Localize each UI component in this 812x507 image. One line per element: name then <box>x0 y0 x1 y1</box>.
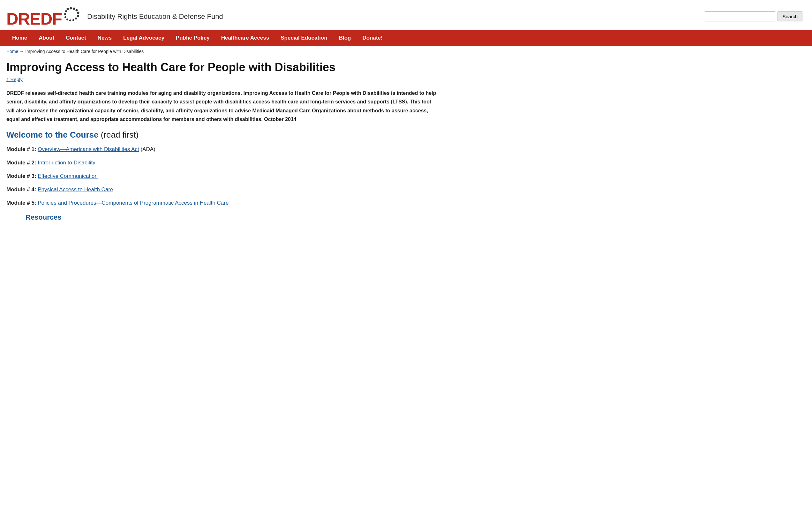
nav-link-donate![interactable]: Donate! <box>357 30 388 46</box>
svg-point-2 <box>73 8 75 10</box>
nav-item: Donate! <box>357 30 388 46</box>
module-link-5[interactable]: Policies and Procedures—Components of Pr… <box>38 200 229 206</box>
nav-link-special-education[interactable]: Special Education <box>275 30 333 46</box>
module-item-2: Module # 2: Introduction to Disability <box>6 160 437 166</box>
nav-list: HomeAboutContactNewsLegal AdvocacyPublic… <box>6 30 806 46</box>
svg-point-4 <box>77 12 79 14</box>
org-name: Disability Rights Education & Defense Fu… <box>87 12 223 21</box>
welcome-suffix: (read first) <box>98 130 138 139</box>
nav-link-healthcare-access[interactable]: Healthcare Access <box>215 30 275 46</box>
svg-point-5 <box>77 15 79 17</box>
svg-point-3 <box>76 9 78 11</box>
svg-point-6 <box>75 17 77 19</box>
logo-dots <box>64 6 81 24</box>
module-item-1: Module # 1: Overview—Americans with Disa… <box>6 146 437 153</box>
nav-item: Special Education <box>275 30 333 46</box>
svg-point-8 <box>69 19 71 21</box>
module-link-4[interactable]: Physical Access to Health Care <box>38 186 113 192</box>
nav-item: About <box>33 30 60 46</box>
breadcrumb: Home → Improving Access to Health Care f… <box>0 46 812 57</box>
module-prefix: Module # 4: <box>6 186 38 192</box>
nav-link-legal-advocacy[interactable]: Legal Advocacy <box>117 30 170 46</box>
nav-item: Home <box>6 30 33 46</box>
module-item-3: Module # 3: Effective Communication <box>6 173 437 179</box>
nav-link-blog[interactable]: Blog <box>333 30 357 46</box>
module-link-3[interactable]: Effective Communication <box>38 173 98 179</box>
intro-text: DREDF releases self-directed health care… <box>6 89 437 123</box>
svg-point-7 <box>72 19 74 21</box>
resources-heading: Resources <box>6 213 437 222</box>
breadcrumb-home[interactable]: Home <box>6 49 18 54</box>
main-content: Improving Access to Health Care for Peop… <box>0 57 447 234</box>
svg-point-0 <box>67 8 69 10</box>
welcome-heading: Welcome to the Course (read first) <box>6 130 437 140</box>
modules-list: Module # 1: Overview—Americans with Disa… <box>6 146 437 206</box>
module-item-5: Module # 5: Policies and Procedures—Comp… <box>6 200 437 206</box>
search-button[interactable]: Search <box>777 11 802 21</box>
nav-item: Healthcare Access <box>215 30 275 46</box>
nav-link-public-policy[interactable]: Public Policy <box>170 30 215 46</box>
svg-point-9 <box>66 18 68 20</box>
breadcrumb-current: Improving Access to Health Care for Peop… <box>25 49 144 54</box>
svg-point-12 <box>65 10 67 12</box>
main-nav: HomeAboutContactNewsLegal AdvocacyPublic… <box>0 30 812 46</box>
module-prefix: Module # 3: <box>6 173 38 179</box>
welcome-link[interactable]: Welcome to the Course <box>6 130 98 139</box>
nav-link-contact[interactable]: Contact <box>60 30 91 46</box>
svg-point-11 <box>64 13 66 15</box>
nav-item: News <box>92 30 117 46</box>
logo-area: DREDF <box>6 6 223 27</box>
site-header: DREDF <box>0 0 812 30</box>
svg-point-1 <box>70 7 72 10</box>
logo-text: DREDF <box>6 10 62 27</box>
reply-link-anchor[interactable]: 1 Reply <box>6 77 23 82</box>
nav-item: Public Policy <box>170 30 215 46</box>
breadcrumb-separator: → <box>19 49 25 54</box>
nav-item: Blog <box>333 30 357 46</box>
module-link-1[interactable]: Overview—Americans with Disabilities Act <box>38 146 139 152</box>
nav-link-news[interactable]: News <box>92 30 117 46</box>
nav-item: Contact <box>60 30 91 46</box>
module-prefix: Module # 2: <box>6 160 38 166</box>
module-item-4: Module # 4: Physical Access to Health Ca… <box>6 186 437 193</box>
nav-link-about[interactable]: About <box>33 30 60 46</box>
search-input[interactable] <box>705 11 775 21</box>
nav-link-home[interactable]: Home <box>6 30 33 46</box>
search-area: Search <box>705 11 802 21</box>
module-link-2[interactable]: Introduction to Disability <box>38 160 95 166</box>
module-prefix: Module # 5: <box>6 200 38 206</box>
reply-link: 1 Reply <box>6 77 437 82</box>
svg-point-10 <box>64 16 66 18</box>
nav-item: Legal Advocacy <box>117 30 170 46</box>
module-prefix: Module # 1: <box>6 146 38 152</box>
page-title: Improving Access to Health Care for Peop… <box>6 60 437 74</box>
